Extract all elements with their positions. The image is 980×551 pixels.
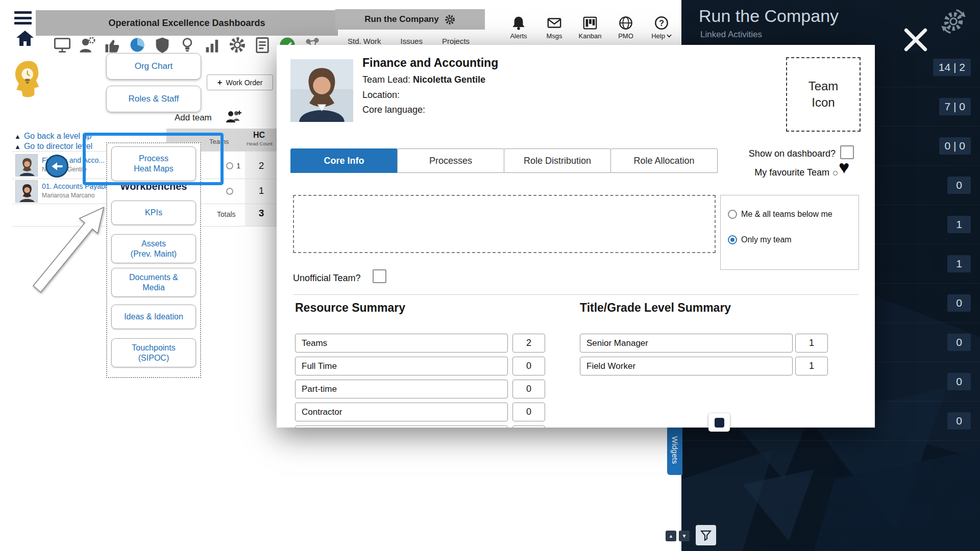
scroll-up-button[interactable]: ▲ <box>666 531 676 541</box>
msgs-button[interactable]: Msgs <box>541 15 568 40</box>
pmo-button[interactable]: PMO <box>612 15 639 40</box>
panel-title: Run the Company <box>699 6 839 26</box>
run-the-company-button[interactable]: Run the Company <box>335 9 485 30</box>
section-divider <box>293 294 859 295</box>
unofficial-team-checkbox[interactable] <box>373 269 386 283</box>
grade-row: Senior Manager 1 <box>580 334 850 353</box>
resource-label: Part-time <box>295 380 508 398</box>
teams-indicator-icon[interactable] <box>226 188 233 195</box>
panel-subtitle: Linked Activities <box>700 30 762 40</box>
location-label: Location: <box>362 90 400 101</box>
head-gear-icon[interactable] <box>78 36 96 54</box>
triangle-up-icon: ▲ <box>14 133 21 140</box>
resource-row: Teams 2 <box>295 334 566 353</box>
avatar <box>15 154 38 177</box>
menu-icon[interactable] <box>14 11 32 24</box>
grade-label: Field Worker <box>580 357 793 375</box>
shield-icon[interactable] <box>153 36 172 54</box>
activity-count-badge: 0 <box>947 373 971 390</box>
triangle-up-icon: ▲ <box>14 143 21 151</box>
resource-value: 0 <box>512 403 545 421</box>
add-team-icon[interactable] <box>225 109 242 126</box>
help-button[interactable]: ? Help <box>648 15 675 40</box>
lightbulb-icon[interactable] <box>178 36 197 54</box>
help-label: Help <box>651 32 665 40</box>
annotation-arrow <box>23 180 110 294</box>
scroll-down-button[interactable]: ▼ <box>679 531 690 541</box>
hc-value: 2 <box>251 160 272 171</box>
idea-head-icon <box>11 59 46 103</box>
tab-processes[interactable]: Processes <box>397 148 504 173</box>
teams-indicator-icon[interactable] <box>226 162 233 169</box>
back-arrow-button[interactable] <box>45 155 68 178</box>
title-grade-summary-title: Title/Grade Level Summary <box>580 301 731 315</box>
chevron-down-icon <box>667 34 672 38</box>
workbench-ideas-ideation-button[interactable]: Ideas & Ideation <box>111 305 196 329</box>
filter-button[interactable] <box>696 525 716 545</box>
favourite-heart-icon[interactable]: ♥ <box>839 158 849 177</box>
scope-option-all-teams[interactable]: Me & all teams below me <box>728 210 832 219</box>
roles-staff-button[interactable]: Roles & Staff <box>106 86 201 112</box>
resource-value: 0 <box>512 357 545 375</box>
panel-settings-gear-icon[interactable] <box>939 7 968 36</box>
favourite-info-icon <box>833 171 838 176</box>
radio-unselected-icon <box>728 210 737 219</box>
go-back-level-link[interactable]: ▲Go back a level up <box>14 132 91 141</box>
resource-row: Part-time 0 <box>295 380 566 398</box>
favourite-team-label: My favourite Team <box>703 167 829 178</box>
help-icon: ? <box>654 15 669 31</box>
kanban-button[interactable]: Kanban <box>577 15 603 40</box>
pie-chart-icon[interactable] <box>128 36 146 54</box>
team-icon-placeholder[interactable]: Team Icon <box>786 57 861 132</box>
workbenches-label: Workbenches <box>106 181 201 192</box>
team-lead-photo <box>290 59 353 122</box>
tab-role-distribution[interactable]: Role Distribution <box>504 148 611 173</box>
gear-icon[interactable] <box>228 36 247 54</box>
widgets-tab[interactable]: Widgets <box>667 425 682 475</box>
activity-count-badge: 0 <box>947 412 971 430</box>
resource-value: 2 <box>512 334 545 353</box>
workbench-assets-button[interactable]: Assets (Prev. Maint) <box>111 234 196 263</box>
grade-value: 1 <box>795 357 828 375</box>
alerts-button[interactable]: Alerts <box>505 15 532 40</box>
tab-std-work[interactable]: Std. Work <box>348 37 381 45</box>
workbench-process-heat-maps-button[interactable]: Process Heat Maps <box>111 146 196 181</box>
run-the-company-label: Run the Company <box>364 14 438 24</box>
workbench-documents-media-button[interactable]: Documents & Media <box>111 268 196 297</box>
screen-icon[interactable] <box>53 36 71 54</box>
workbench-touchpoints-button[interactable]: Touchpoints (SIPOC) <box>111 338 196 367</box>
tab-projects[interactable]: Projects <box>442 37 470 45</box>
activity-count-badge: 0 <box>947 294 971 312</box>
team-lead-line: Team Lead: Nicoletta Gentile <box>362 74 485 85</box>
org-chart-button[interactable]: Org Chart <box>106 53 201 80</box>
home-icon[interactable] <box>15 30 35 47</box>
bell-icon <box>511 15 526 31</box>
pmo-label: PMO <box>618 32 633 40</box>
activity-count-badge: 1 <box>947 216 971 233</box>
scope-option-only-my-team[interactable]: Only my team <box>728 235 792 244</box>
tab-role-allocation[interactable]: Role Allocation <box>610 148 718 173</box>
dialog-tabs: Core Info Processes Role Distribution Ro… <box>290 148 717 173</box>
grade-row: Field Worker 1 <box>580 357 850 375</box>
add-team-label: Add team <box>175 113 212 123</box>
resource-row-partial <box>295 425 566 428</box>
resource-label: Contractor <box>295 403 508 421</box>
close-icon[interactable] <box>901 26 930 54</box>
floating-widget-button[interactable] <box>708 413 730 432</box>
team-description-field[interactable] <box>293 195 716 253</box>
activity-count-badge: 7 | 0 <box>939 98 971 115</box>
bar-chart-icon[interactable] <box>203 36 222 54</box>
tab-core-info[interactable]: Core Info <box>290 148 398 173</box>
checklist-icon[interactable] <box>253 36 272 54</box>
radio-selected-icon <box>728 235 737 244</box>
workbench-kpis-button[interactable]: KPIs <box>111 201 196 225</box>
thumbs-up-icon[interactable] <box>103 36 121 54</box>
kanban-icon <box>582 15 598 31</box>
work-order-label: Work Order <box>226 79 262 87</box>
work-order-button[interactable]: + Work Order <box>207 74 273 90</box>
column-header-teams: Teams <box>209 138 229 145</box>
core-language-label: Core language: <box>362 105 425 115</box>
go-director-level-link[interactable]: ▲Go to director level <box>14 142 92 151</box>
tab-issues[interactable]: Issues <box>401 37 423 45</box>
column-header-headcount: Head Count <box>247 141 273 146</box>
